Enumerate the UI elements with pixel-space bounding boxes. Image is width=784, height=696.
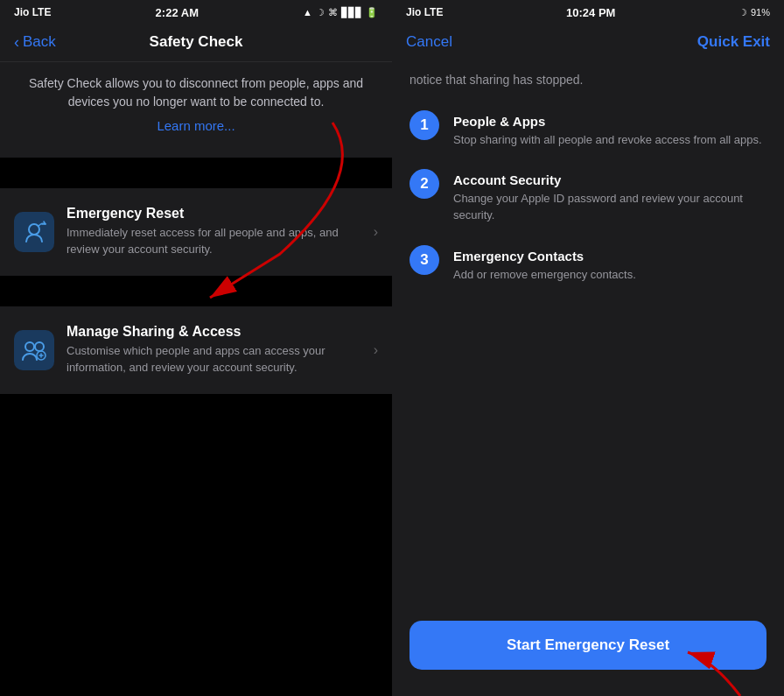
status-icons-right: ☽ 91% <box>738 7 770 18</box>
battery-right: 91% <box>751 7 770 18</box>
step-1-number: 1 <box>410 110 439 140</box>
step-2-content: Account Security Change your Apple ID pa… <box>453 169 766 224</box>
step-3-number: 3 <box>410 245 439 275</box>
emergency-reset-section: Emergency Reset Immediately reset access… <box>0 188 392 276</box>
moon-icon-right: ☽ <box>738 7 747 18</box>
start-emergency-reset-button[interactable]: Start Emergency Reset <box>410 621 766 670</box>
status-bar-left: Jio LTE 2:22 AM ▲ ☽ ⌘ ▊▊▊ 🔋 <box>0 0 392 25</box>
battery-icon: 🔋 <box>366 7 378 18</box>
steps-list: 1 People & Apps Stop sharing with all pe… <box>410 103 766 305</box>
step-2-title: Account Security <box>453 172 766 187</box>
location-icon: ▲ <box>303 7 312 18</box>
cancel-button[interactable]: Cancel <box>406 33 452 51</box>
manage-sharing-desc: Customise which people and apps can acce… <box>66 343 367 376</box>
emergency-reset-content: Emergency Reset Immediately reset access… <box>66 206 367 258</box>
manage-sharing-icon <box>14 330 54 370</box>
step-3-item: 3 Emergency Contacts Add or remove emerg… <box>410 245 766 284</box>
left-panel: Jio LTE 2:22 AM ▲ ☽ ⌘ ▊▊▊ 🔋 ‹ Back Safet… <box>0 0 392 696</box>
svg-point-0 <box>29 224 39 235</box>
status-icons-left: ▲ ☽ ⌘ ▊▊▊ 🔋 <box>303 7 378 18</box>
manage-sharing-section: Manage Sharing & Access Customise which … <box>0 306 392 394</box>
bottom-section: Start Emergency Reset <box>392 607 784 696</box>
description-text: Safety Check allows you to disconnect fr… <box>18 74 374 111</box>
page-title: Safety Check <box>150 33 243 51</box>
description-section: Safety Check allows you to disconnect fr… <box>0 62 392 158</box>
manage-sharing-content: Manage Sharing & Access Customise which … <box>66 324 367 376</box>
carrier-right: Jio LTE <box>406 6 443 18</box>
separator-1 <box>0 158 392 188</box>
nav-bar-left: ‹ Back Safety Check <box>0 25 392 62</box>
step-2-number: 2 <box>410 169 439 199</box>
back-label: Back <box>23 33 56 51</box>
signal-icon: ▊▊▊ <box>341 7 362 18</box>
emergency-reset-desc: Immediately reset access for all people … <box>66 225 367 258</box>
time-right: 10:24 PM <box>566 6 615 19</box>
svg-point-2 <box>35 342 44 351</box>
step-3-content: Emergency Contacts Add or remove emergen… <box>453 245 766 284</box>
top-nav-right: Cancel Quick Exit <box>392 25 784 61</box>
time-left: 2:22 AM <box>156 6 199 19</box>
learn-more-link[interactable]: Learn more... <box>18 111 374 144</box>
truncated-text: notice that sharing has stopped. <box>410 61 766 103</box>
back-button[interactable]: ‹ Back <box>14 33 56 51</box>
back-chevron-icon: ‹ <box>14 34 19 50</box>
emergency-reset-title: Emergency Reset <box>66 206 367 221</box>
carrier-left: Jio LTE <box>14 6 51 18</box>
right-panel: Jio LTE 10:24 PM ☽ 91% Cancel Quick Exit… <box>392 0 784 696</box>
step-3-desc: Add or remove emergency contacts. <box>453 267 766 284</box>
emergency-reset-icon <box>14 212 54 252</box>
manage-sharing-item[interactable]: Manage Sharing & Access Customise which … <box>0 306 392 394</box>
step-2-desc: Change your Apple ID password and review… <box>453 191 766 224</box>
status-bar-right: Jio LTE 10:24 PM ☽ 91% <box>392 0 784 25</box>
manage-sharing-title: Manage Sharing & Access <box>66 324 367 340</box>
emergency-reset-item[interactable]: Emergency Reset Immediately reset access… <box>0 188 392 276</box>
step-1-content: People & Apps Stop sharing with all peop… <box>453 110 766 149</box>
separator-2 <box>0 276 392 306</box>
step-1-desc: Stop sharing with all people and revoke … <box>453 132 766 149</box>
manage-sharing-chevron-icon: › <box>374 342 378 358</box>
step-1-item: 1 People & Apps Stop sharing with all pe… <box>410 110 766 149</box>
svg-point-1 <box>25 342 34 351</box>
right-content: notice that sharing has stopped. 1 Peopl… <box>392 61 784 607</box>
moon-icon: ☽ <box>316 7 325 18</box>
quick-exit-button[interactable]: Quick Exit <box>697 33 770 51</box>
step-1-title: People & Apps <box>453 114 766 129</box>
step-3-title: Emergency Contacts <box>453 249 766 264</box>
step-2-item: 2 Account Security Change your Apple ID … <box>410 169 766 224</box>
headphones-icon: ⌘ <box>328 7 338 18</box>
emergency-reset-chevron-icon: › <box>374 224 378 240</box>
